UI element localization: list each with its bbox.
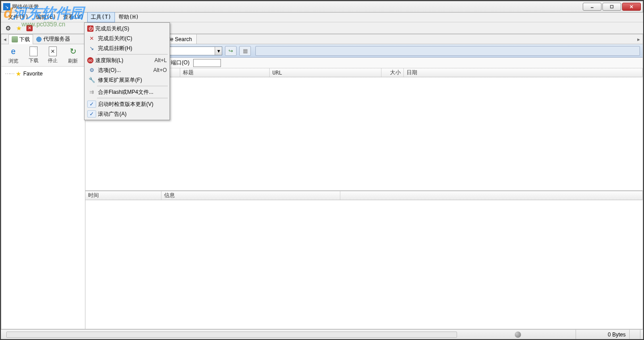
sidebar-tabs: ◂ 下载 代理服务器 xyxy=(1,34,85,44)
menu-speed-limit[interactable]: 60 速度限制(L) Alt+L xyxy=(85,55,169,65)
globe-icon xyxy=(36,36,42,42)
tool-label: 刷新 xyxy=(68,58,78,64)
menu-separator xyxy=(97,86,168,86)
close-icon: ✕ xyxy=(87,35,96,42)
folder-button[interactable]: ▦ xyxy=(239,46,251,56)
tools-dropdown: ⏻ 完成后关机(S) ✕ 完成后关闭(C) ↘ 完成后挂断(H) 60 速度限制… xyxy=(84,22,170,120)
col-size[interactable]: 大小 xyxy=(381,68,404,77)
maximize-button[interactable] xyxy=(602,3,621,11)
col-date[interactable]: 日期 xyxy=(404,68,643,77)
menu-help[interactable]: 帮助(H) xyxy=(115,12,143,22)
menu-file[interactable]: 文件(F) xyxy=(4,12,32,22)
star-icon: ★ xyxy=(16,25,22,32)
browse-button[interactable]: e 浏览 xyxy=(8,46,19,64)
window-title: 网络传送带 xyxy=(12,3,583,11)
menu-repair-ie[interactable]: 🔧 修复IE扩展菜单(F) xyxy=(85,75,169,85)
col-info[interactable]: 信息 xyxy=(161,191,340,200)
power-icon: ⏻ xyxy=(87,25,93,32)
tab-scroll-left[interactable]: ◂ xyxy=(1,36,8,42)
hangup-icon: ↘ xyxy=(87,45,96,52)
log-body[interactable] xyxy=(85,200,643,329)
sidebar-tab-label: 下载 xyxy=(19,36,30,43)
gear-icon: ⚙ xyxy=(5,25,11,32)
folder-icon: ▦ xyxy=(243,48,248,54)
close-button[interactable] xyxy=(622,3,641,11)
col-title[interactable]: 标题 xyxy=(180,68,270,77)
refresh-button[interactable]: ↻ 刷新 xyxy=(68,46,78,64)
log-header: 时间 信息 xyxy=(85,191,643,200)
refresh-icon: ↻ xyxy=(68,46,78,57)
stop-icon: ✕ xyxy=(49,46,57,56)
star-icon: ★ xyxy=(16,70,21,77)
menu-merge-files[interactable]: ⇉ 合并Flash或MP4文件... xyxy=(85,87,169,97)
gear-icon: ⚙ xyxy=(87,67,96,74)
toolbar-delete-button[interactable]: ✕ xyxy=(25,24,34,33)
go-button[interactable]: ↪ xyxy=(225,46,237,56)
dropdown-button[interactable]: ▾ xyxy=(215,47,222,55)
status-resize-grip[interactable] xyxy=(630,330,640,339)
toolbar-gear-button[interactable]: ⚙ xyxy=(4,24,13,33)
sidebar-tab-proxy[interactable]: 代理服务器 xyxy=(33,34,73,44)
ie-icon: e xyxy=(8,46,19,57)
merge-icon: ⇉ xyxy=(87,88,96,96)
wrench-icon: 🔧 xyxy=(87,76,96,84)
speed-icon: 60 xyxy=(87,57,93,63)
document-icon xyxy=(30,46,38,56)
check-icon: ✓ xyxy=(87,101,96,108)
tool-label: 停止 xyxy=(48,57,58,64)
check-icon: ✓ xyxy=(87,110,96,118)
menubar: 文件(F) 编辑(E) 查看(V) 工具(T) 帮助(H) xyxy=(1,13,643,22)
port-label: 端口(O) xyxy=(171,59,189,67)
menu-separator xyxy=(97,98,168,98)
menu-separator xyxy=(97,54,168,55)
titlebar: 网络传送带 xyxy=(1,1,643,13)
menu-edit[interactable]: 编辑(E) xyxy=(32,12,60,22)
log-panel: 时间 信息 xyxy=(85,190,643,329)
menu-shutdown-after[interactable]: ⏻ 完成后关机(S) xyxy=(85,24,169,34)
status-indicator-icon xyxy=(515,332,521,338)
download-button[interactable]: 下载 xyxy=(29,46,38,64)
menu-close-after[interactable]: ✕ 完成后关闭(C) xyxy=(85,34,169,43)
sidebar: ◂ 下载 代理服务器 e 浏览 下载 ✕ 停止 xyxy=(1,34,85,329)
tree-item-favorite[interactable]: ⋯⋯ ★ Favorite xyxy=(4,69,82,78)
statusbar: 0 Bytes xyxy=(1,329,643,339)
sidebar-tab-label: 代理服务器 xyxy=(43,35,70,43)
menu-options[interactable]: ⚙ 选项(O)... Alt+O xyxy=(85,65,169,75)
menu-tools[interactable]: 工具(T) xyxy=(87,12,115,22)
menu-scroll-ad[interactable]: ✓ 滚动广告(A) xyxy=(85,109,169,119)
stop-button[interactable]: ✕ 停止 xyxy=(48,46,58,64)
tree-connector: ⋯⋯ xyxy=(5,71,14,77)
minimize-button[interactable] xyxy=(583,3,602,11)
tab-scroll-right[interactable]: ▸ xyxy=(635,34,643,44)
col-time[interactable]: 时间 xyxy=(85,191,161,200)
status-bytes: 0 Bytes xyxy=(576,330,630,339)
sidebar-tab-download[interactable]: 下载 xyxy=(8,34,33,45)
col-empty[interactable] xyxy=(340,191,643,200)
toolbar-star-button[interactable]: ★ xyxy=(14,24,23,33)
go-arrow-icon: ↪ xyxy=(229,48,233,54)
side-toolbar: e 浏览 下载 ✕ 停止 ↻ 刷新 xyxy=(1,44,85,67)
download-icon xyxy=(12,36,18,42)
menu-view[interactable]: 查看(V) xyxy=(59,12,87,22)
tree-label: Favorite xyxy=(23,71,42,77)
tool-label: 浏览 xyxy=(8,58,18,64)
col-url[interactable]: URL xyxy=(270,68,381,77)
tool-label: 下载 xyxy=(29,57,38,64)
progress-bar xyxy=(6,332,457,338)
x-icon: ✕ xyxy=(26,25,33,31)
tree-view: ⋯⋯ ★ Favorite xyxy=(1,67,85,329)
menu-hangup-after[interactable]: ↘ 完成后挂断(H) xyxy=(85,43,169,53)
menu-check-update[interactable]: ✓ 启动时检查版本更新(V) xyxy=(85,99,169,109)
port-input[interactable] xyxy=(193,59,221,67)
svg-rect-1 xyxy=(610,5,613,8)
app-icon xyxy=(3,3,10,10)
band-spacer xyxy=(255,46,640,56)
